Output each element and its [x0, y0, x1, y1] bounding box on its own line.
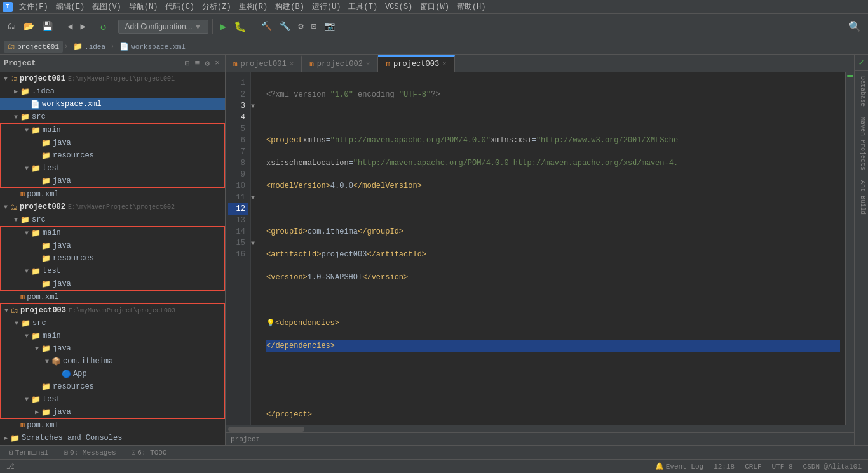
new-project-icon[interactable]: 🗂 [4, 19, 19, 34]
tree-test-3[interactable]: ▼ 📁 test [1, 393, 224, 406]
fold-11-icon[interactable]: ▼ [251, 194, 255, 201]
menu-build[interactable]: 构建(B) [271, 0, 308, 14]
menu-navigate[interactable]: 导航(N) [125, 0, 162, 14]
tree-main-3[interactable]: ▼ 📁 main [1, 330, 224, 342]
settings-icon[interactable]: ⚙ [295, 18, 306, 34]
right-strip-maven[interactable]: Maven Projects [855, 112, 868, 175]
tree-test-2[interactable]: ▼ 📁 test [1, 265, 224, 277]
tree-java-test-3[interactable]: ▶ 📁 java [1, 406, 224, 418]
tree-pom-3[interactable]: m pom.xml [0, 419, 225, 432]
tree-scratches[interactable]: ▶ 📁 Scratches and Consoles [0, 432, 225, 444]
status-csdn[interactable]: CSDN-@Alita101 [801, 462, 864, 470]
tree-src-2[interactable]: ▼ 📁 src [0, 213, 225, 226]
tree-resources-1[interactable]: 📁 resources [1, 149, 224, 162]
camera-icon[interactable]: 📷 [321, 18, 338, 34]
menu-refactor[interactable]: 重构(R) [235, 0, 272, 14]
tab-label-project002: project002 [317, 60, 363, 69]
add-configuration-button[interactable]: Add Configuration... ▼ [118, 20, 209, 34]
tab-project002[interactable]: m project002 × [302, 55, 378, 72]
editor-scrollbar[interactable] [845, 72, 854, 425]
tree-pom-1[interactable]: m pom.xml [0, 188, 225, 201]
breadcrumb-idea[interactable]: 📁 .idea [69, 41, 109, 53]
status-charset[interactable]: UTF-8 [770, 462, 796, 470]
tree-workspace-xml[interactable]: 📄 workspace.xml [0, 98, 225, 110]
right-strip-database[interactable]: Database [855, 71, 868, 112]
open-icon[interactable]: 📂 [20, 18, 37, 34]
tree-src-1[interactable]: ▼ 📁 src [0, 110, 225, 123]
menu-view[interactable]: 视图(V) [88, 0, 125, 14]
menu-window[interactable]: 窗口(W) [416, 0, 453, 14]
fg-3[interactable]: ▼ [251, 100, 261, 112]
project002-folder-icon: 🗂 [10, 203, 18, 212]
right-strip-ant[interactable]: Ant Build [855, 175, 868, 220]
tree-resources-2[interactable]: 📁 resources [1, 252, 224, 265]
menu-help[interactable]: 帮助(H) [453, 0, 490, 14]
menu-vcs[interactable]: VCS(S) [381, 0, 416, 14]
tree-project001[interactable]: ▼ 🗂 project001 E:\myMavenProject\project… [0, 72, 225, 85]
menu-file[interactable]: 文件(F) [15, 0, 52, 14]
terminal-icon[interactable]: ⊡ [308, 18, 320, 34]
status-git[interactable]: ⎇ [4, 462, 17, 470]
menu-edit[interactable]: 编辑(E) [52, 0, 89, 14]
bottom-tab-terminal[interactable]: ⊡ Terminal [4, 446, 53, 460]
save-icon[interactable]: 💾 [39, 18, 56, 34]
tree-src-3[interactable]: ▼ 📁 src [1, 317, 224, 330]
panel-collapse-icon[interactable]: ≡ [194, 57, 201, 69]
tab-close-project001[interactable]: × [290, 60, 294, 68]
tab-project003[interactable]: m project003 × [378, 55, 454, 72]
status-event-log[interactable]: 🔔 Event Log [653, 462, 706, 470]
bc-sep1: › [64, 43, 68, 50]
tree-project003[interactable]: ▼ 🗂 project003 E:\myMavenProject\project… [1, 304, 224, 317]
fg-15[interactable]: ▼ [251, 237, 261, 249]
tab-project001[interactable]: m project001 × [226, 55, 302, 72]
tree-project002[interactable]: ▼ 🗂 project002 E:\myMavenProject\project… [0, 201, 225, 213]
tree-java-1[interactable]: 📁 java [1, 137, 224, 149]
build-icon[interactable]: 🔨 [258, 18, 275, 34]
fold-3-icon[interactable]: ▼ [251, 103, 255, 110]
tree-resources-3[interactable]: 📁 resources [1, 380, 224, 393]
tab-close-project002[interactable]: × [366, 60, 370, 68]
fold-15-icon[interactable]: ▼ [251, 240, 255, 247]
tree-com-itheima[interactable]: ▼ 📦 com.itheima [1, 355, 224, 368]
tree-test-1[interactable]: ▼ 📁 test [1, 162, 224, 175]
pom3-icon: m [20, 421, 25, 430]
right-strip-check[interactable]: ✓ [855, 55, 868, 71]
tree-java-test-1[interactable]: 📁 java [1, 175, 224, 187]
undo-icon[interactable]: ↺ [97, 18, 110, 36]
git-icon: ⎇ [6, 462, 15, 470]
debug-icon[interactable]: 🐛 [231, 18, 250, 36]
forward-icon[interactable]: ▶ [77, 18, 88, 34]
back-icon[interactable]: ◀ [64, 18, 76, 34]
tree-java-3[interactable]: ▼ 📁 java [1, 342, 224, 355]
hammer-icon[interactable]: 🔧 [276, 18, 294, 34]
tree-java-2[interactable]: 📁 java [1, 239, 224, 252]
menu-analyze[interactable]: 分析(Z) [198, 0, 235, 14]
tab-close-project003[interactable]: × [442, 60, 447, 68]
global-search-icon[interactable]: 🔍 [845, 18, 864, 36]
status-crlf[interactable]: CRLF [742, 462, 764, 470]
tree-java-test-2[interactable]: 📁 java [1, 277, 224, 290]
panel-expand-icon[interactable]: ⊞ [184, 57, 191, 70]
run-icon[interactable]: ▶ [217, 18, 229, 36]
breadcrumb-workspace[interactable]: 📄 workspace.xml [116, 41, 189, 53]
code-content[interactable]: <?xml version="1.0" encoding="UTF-8"?> <… [261, 72, 845, 425]
ln-8: 8 [228, 157, 248, 169]
panel-close-icon[interactable]: × [214, 57, 221, 69]
menu-code[interactable]: 代码(C) [161, 0, 198, 14]
bottom-tab-messages[interactable]: ⊡ 0: Messages [58, 446, 121, 460]
fg-11[interactable]: ▼ [251, 192, 261, 203]
bottom-tab-todo[interactable]: ⊡ 6: TODO [126, 446, 172, 460]
tree-main-1[interactable]: ▼ 📁 main [1, 124, 224, 137]
panel-settings-icon[interactable]: ⚙ [203, 57, 211, 70]
tree-pom-2[interactable]: m pom.xml [0, 291, 225, 303]
menu-tools[interactable]: 工具(T) [344, 0, 381, 14]
breadcrumb-project001[interactable]: 🗂 project001 [4, 41, 63, 53]
tree-idea[interactable]: ▶ 📁 .idea [0, 85, 225, 98]
code-text-version: 1.0-SNAPSHOT [308, 272, 362, 283]
h-scroll-thumb[interactable] [228, 427, 304, 432]
h-scrollbar[interactable] [226, 425, 854, 432]
tree-main-2[interactable]: ▼ 📁 main [1, 227, 224, 239]
tree-app-class[interactable]: 🔵 App [1, 368, 224, 380]
status-line-col[interactable]: 12:18 [711, 462, 737, 470]
menu-run[interactable]: 运行(U) [308, 0, 345, 14]
